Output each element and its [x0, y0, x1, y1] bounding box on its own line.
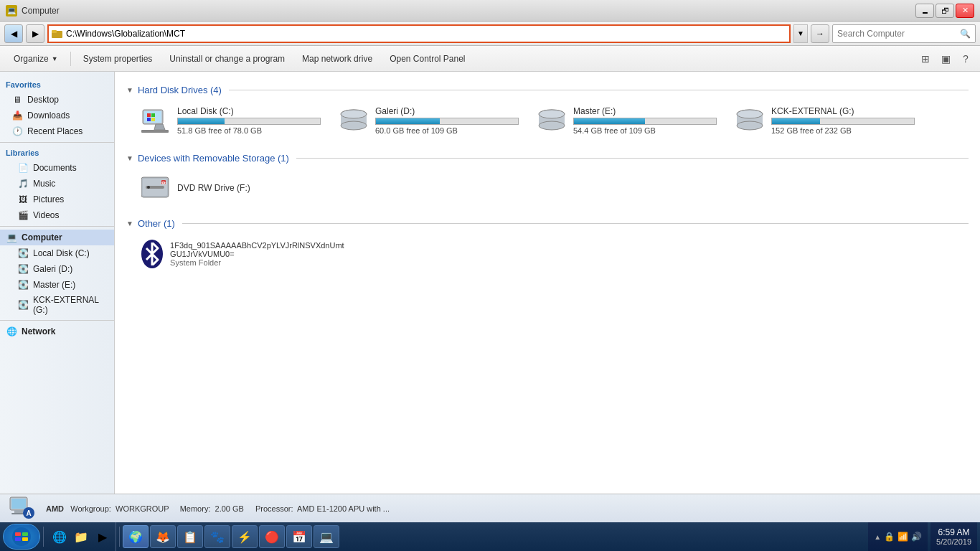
- systray-icon-1: 🔒: [884, 532, 895, 542]
- svg-rect-7: [151, 118, 155, 121]
- status-processor-value: AMD E1-1200 APU with ...: [297, 504, 390, 513]
- go-button[interactable]: →: [811, 24, 829, 43]
- help-button[interactable]: ?: [957, 50, 974, 67]
- drive-item-c[interactable]: Local Disk (C:) 51.8 GB free of 78.0 GB: [138, 103, 324, 138]
- removable-collapse-icon[interactable]: ▼: [126, 154, 133, 162]
- taskbar-app-6[interactable]: 💻: [314, 525, 339, 548]
- sidebar-item-pictures[interactable]: 🖼 Pictures: [0, 192, 114, 207]
- sidebar-item-videos[interactable]: 🎬 Videos: [0, 207, 114, 223]
- computer-section: 💻 Computer 💽 Local Disk (C:) 💽 Galeri (D…: [0, 230, 114, 317]
- taskbar-app-chrome[interactable]: 🌍: [123, 525, 149, 548]
- other-collapse-icon[interactable]: ▼: [126, 220, 133, 227]
- svg-point-35: [12, 527, 31, 546]
- drive-d-bar: [376, 118, 440, 124]
- sidebar-item-music[interactable]: 🎵 Music: [0, 176, 114, 192]
- sidebar-item-computer[interactable]: 💻 Computer: [0, 230, 114, 245]
- toolbar-separator: [70, 52, 71, 66]
- taskbar-app-3[interactable]: ⚡: [232, 525, 258, 548]
- preview-pane-button[interactable]: ▣: [937, 50, 954, 67]
- drive-d-icon: [339, 106, 368, 135]
- other-grid: 1F3dq_901SAAAAABhCV2pYLVJrRlNSVXdnUmtGU1…: [126, 236, 969, 272]
- drive-d-bar-wrap: [375, 118, 519, 125]
- restore-button[interactable]: 🗗: [936, 4, 954, 18]
- bluetooth-device-type: System Folder: [170, 258, 349, 267]
- sidebar-item-kck-external[interactable]: 💽 KCK-EXTERNAL (G:): [0, 293, 114, 317]
- dvd-item[interactable]: D DVD DVD RW Drive (F:): [138, 171, 281, 207]
- search-input[interactable]: [837, 29, 960, 39]
- drive-e-info: Master (E:) 54.4 GB free of 109 GB: [573, 106, 717, 135]
- sidebar-item-master-e[interactable]: 💽 Master (E:): [0, 277, 114, 293]
- svg-rect-4: [147, 113, 151, 117]
- sidebar-separator-1: [0, 142, 114, 143]
- hard-disk-section-line: [229, 90, 969, 90]
- drive-g-name: KCK-EXTERNAL (G:): [771, 106, 915, 116]
- sidebar-item-recent-places[interactable]: 🕐 Recent Places: [0, 123, 114, 139]
- media-quicklaunch[interactable]: ▶: [93, 527, 113, 547]
- ie-quicklaunch[interactable]: 🌐: [50, 527, 70, 547]
- sidebar-item-downloads[interactable]: 📥 Downloads: [0, 108, 114, 123]
- drive-item-e[interactable]: Master (E:) 54.4 GB free of 109 GB: [534, 103, 720, 138]
- taskbar-app-1[interactable]: 📋: [177, 525, 203, 548]
- taskbar-app-4[interactable]: 🔴: [259, 525, 285, 548]
- other-section-header: ▼ Other (1): [126, 218, 969, 229]
- title-bar: 💻 Computer 🗕 🗗 ✕: [0, 0, 980, 22]
- uninstall-button[interactable]: Uninstall or change a program: [161, 49, 293, 69]
- address-input[interactable]: [66, 29, 786, 39]
- minimize-button[interactable]: 🗕: [915, 4, 934, 18]
- start-button[interactable]: [3, 524, 40, 550]
- bluetooth-item[interactable]: 1F3dq_901SAAAAABhCV2pYLVJrRlNSVXdnUmtGU1…: [138, 236, 353, 272]
- downloads-icon: 📥: [11, 110, 23, 121]
- recent-places-icon: 🕐: [11, 126, 23, 137]
- drive-item-g[interactable]: KCK-EXTERNAL (G:) 152 GB free of 232 GB: [732, 103, 918, 138]
- open-control-panel-button[interactable]: Open Control Panel: [382, 49, 473, 69]
- map-network-button[interactable]: Map network drive: [294, 49, 380, 69]
- music-icon: 🎵: [17, 178, 29, 189]
- videos-icon: 🎬: [17, 209, 29, 221]
- forward-button[interactable]: ▶: [26, 24, 44, 43]
- title-bar-controls: 🗕 🗗 ✕: [915, 4, 974, 18]
- hard-disk-collapse-icon[interactable]: ▼: [126, 86, 133, 94]
- address-bar: ◀ ▶ ▼ → 🔍: [0, 22, 980, 46]
- taskbar-separator-2: [119, 527, 120, 547]
- quicklaunch: 🌐 📁 ▶: [47, 522, 116, 551]
- view-options-button[interactable]: ⊞: [917, 50, 934, 67]
- favorites-section: Favorites 🖥 Desktop 📥 Downloads 🕐 Recent…: [0, 77, 114, 139]
- back-button[interactable]: ◀: [4, 24, 23, 43]
- address-dropdown-button[interactable]: ▼: [793, 24, 808, 43]
- status-memory-value: 2.00 GB: [215, 504, 244, 513]
- window-title: Computer: [22, 6, 60, 16]
- search-icon[interactable]: 🔍: [960, 29, 971, 39]
- systray-arrow[interactable]: ▲: [874, 533, 881, 541]
- svg-point-28: [147, 186, 150, 189]
- taskbar-app-2[interactable]: 🐾: [204, 525, 230, 548]
- sidebar-item-desktop[interactable]: 🖥 Desktop: [0, 92, 114, 108]
- sidebar-item-documents[interactable]: 📄 Documents: [0, 160, 114, 176]
- favorites-header[interactable]: Favorites: [0, 77, 114, 92]
- organize-button[interactable]: Organize ▼: [6, 49, 66, 69]
- computer-icon: 💻: [6, 232, 17, 243]
- sidebar-item-network[interactable]: 🌐 Network: [0, 324, 114, 339]
- drive-e-bar: [574, 118, 645, 124]
- drive-g-info: KCK-EXTERNAL (G:) 152 GB free of 232 GB: [771, 106, 915, 135]
- drive-grid: Local Disk (C:) 51.8 GB free of 78.0 GB: [126, 103, 969, 138]
- main-layout: Favorites 🖥 Desktop 📥 Downloads 🕐 Recent…: [0, 72, 980, 494]
- clock-date: 5/20/2019: [936, 537, 971, 546]
- taskbar-app-firefox[interactable]: 🦊: [150, 525, 176, 548]
- drive-c-icon: [141, 106, 170, 135]
- drive-d-info: Galeri (D:) 60.0 GB free of 109 GB: [375, 106, 519, 135]
- system-properties-button[interactable]: System properties: [75, 49, 161, 69]
- clock[interactable]: 6:59 AM 5/20/2019: [930, 522, 977, 551]
- libraries-section: Libraries 📄 Documents 🎵 Music 🖼 Pictures…: [0, 146, 114, 223]
- explorer-quicklaunch[interactable]: 📁: [71, 527, 91, 547]
- network-section: 🌐 Network: [0, 324, 114, 339]
- status-computer-icon: A: [9, 496, 34, 522]
- libraries-header[interactable]: Libraries: [0, 146, 114, 160]
- sidebar-item-local-disk-c[interactable]: 💽 Local Disk (C:): [0, 245, 114, 261]
- drive-item-d[interactable]: Galeri (D:) 60.0 GB free of 109 GB: [336, 103, 522, 138]
- systray-icon-2: 📶: [897, 532, 908, 542]
- sidebar-item-galeri-d[interactable]: 💽 Galeri (D:): [0, 261, 114, 277]
- taskbar-app-5[interactable]: 📅: [286, 525, 312, 548]
- close-button[interactable]: ✕: [956, 4, 974, 18]
- drive-g-free: 152 GB free of 232 GB: [771, 126, 915, 135]
- svg-point-17: [539, 110, 565, 118]
